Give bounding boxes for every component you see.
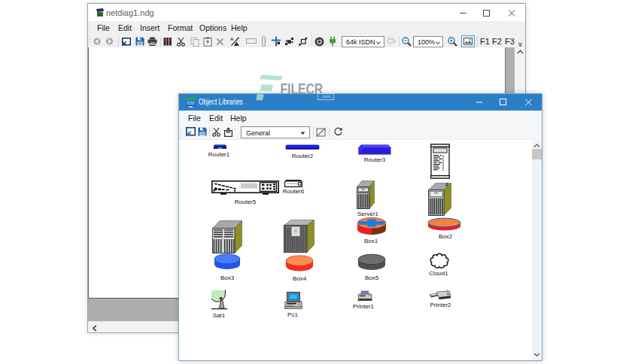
svg-text:A: A: [230, 37, 234, 41]
